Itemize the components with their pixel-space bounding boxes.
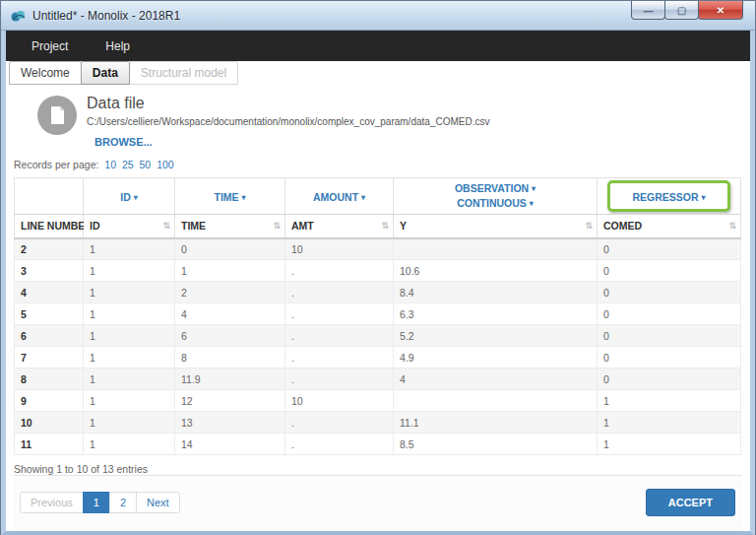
data-file-title: Data file [87, 95, 489, 112]
table-cell: 1 [84, 282, 175, 303]
table-cell: 11 [15, 434, 84, 455]
caret-down-icon: ▾ [530, 199, 534, 208]
window-title: Untitled* - Monolix - 2018R1 [32, 9, 180, 23]
caret-down-icon: ▾ [134, 193, 138, 202]
entries-summary: Showing 1 to 10 of 13 entries [14, 463, 742, 475]
tab-welcome[interactable]: Welcome [9, 61, 82, 85]
table-cell: 8 [15, 368, 84, 390]
accept-button[interactable]: ACCEPT [646, 489, 735, 516]
table-cell: 1 [84, 434, 175, 455]
sort-icon[interactable]: ⇅ [728, 221, 736, 231]
table-cell: 4 [15, 282, 84, 303]
records-option-10[interactable]: 10 [104, 159, 116, 170]
type-label-time: TIME [214, 191, 238, 203]
page-2-button[interactable]: 2 [109, 492, 137, 513]
title-bar[interactable]: Untitled* - Monolix - 2018R1 — ▢ ✕ [1, 1, 755, 31]
page-1-button[interactable]: 1 [83, 492, 110, 513]
table-cell: . [285, 347, 394, 368]
type-dropdown-id[interactable]: ID ▾ [84, 178, 175, 215]
column-header-time[interactable]: TIME⇅ [175, 215, 285, 238]
window-body: Project Help Welcome Data Structural mod… [1, 31, 755, 535]
regressor-highlight-box: REGRESSOR ▾ [607, 180, 730, 212]
table-cell: 1 [84, 347, 175, 368]
file-badge [37, 96, 77, 135]
table-cell: 5 [15, 303, 84, 325]
type-label-continuous: CONTINUOUS [457, 197, 527, 209]
table-cell: 8.4 [394, 282, 598, 303]
data-tab-content: Data file C:/Users/celliere/Workspace/do… [6, 85, 750, 531]
table-row: 8111.9.40 [15, 368, 741, 390]
table-cell [394, 238, 598, 260]
monolix-logo-icon [11, 8, 27, 24]
table-cell: 1 [598, 412, 741, 434]
sort-icon[interactable]: ⇅ [162, 221, 170, 231]
menu-project[interactable]: Project [20, 33, 80, 59]
type-label-regressor: REGRESSOR [632, 191, 698, 203]
records-per-page-label: Records per page: [14, 159, 98, 170]
column-label: COMED [603, 220, 642, 232]
table-cell: 9 [15, 390, 84, 412]
document-icon [49, 106, 65, 124]
menu-bar: Project Help [6, 31, 750, 61]
maximize-button[interactable]: ▢ [664, 1, 699, 20]
table-cell: . [285, 260, 394, 282]
sort-icon[interactable]: ⇅ [273, 221, 281, 231]
column-header-line-number[interactable]: LINE NUMBER⇅ [15, 215, 84, 238]
caret-down-icon: ▾ [242, 193, 246, 202]
table-cell: 6 [175, 325, 285, 347]
sort-icon[interactable]: ⇅ [585, 221, 593, 231]
type-label-amount: AMOUNT [313, 191, 358, 203]
minimize-button[interactable]: — [631, 1, 665, 20]
table-cell: 4 [175, 303, 285, 325]
table-cell: 14 [175, 434, 285, 455]
table-cell: 10 [285, 390, 394, 412]
table-cell: . [285, 368, 394, 390]
column-header-amt[interactable]: AMT⇅ [285, 215, 394, 238]
type-dropdown-amount[interactable]: AMOUNT ▾ [285, 178, 394, 215]
data-file-section: Data file C:/Users/celliere/Workspace/do… [37, 94, 742, 150]
menu-help[interactable]: Help [94, 33, 142, 59]
column-type-row: ID ▾ TIME ▾ AMOUNT ▾ OBSERVATION ▾ CONTI… [15, 178, 741, 215]
table-cell: 0 [598, 238, 741, 260]
browse-button[interactable]: BROWSE... [94, 136, 153, 148]
sort-icon[interactable]: ⇅ [381, 221, 389, 231]
next-page-button[interactable]: Next [136, 492, 180, 513]
table-cell: 4.9 [394, 347, 598, 368]
table-cell: 1 [598, 390, 741, 412]
table-cell: 8.5 [394, 434, 598, 455]
type-dropdown-observation[interactable]: OBSERVATION ▾ CONTINUOUS ▾ [394, 178, 598, 215]
previous-page-button: Previous [20, 492, 84, 513]
records-option-50[interactable]: 50 [140, 159, 152, 170]
records-option-100[interactable]: 100 [157, 159, 174, 170]
close-button[interactable]: ✕ [698, 1, 743, 20]
table-row: 412.8.40 [15, 282, 741, 303]
data-file-path: C:/Users/celliere/Workspace/documentatio… [87, 116, 489, 127]
table-cell: 4 [394, 368, 598, 390]
column-header-y[interactable]: Y⇅ [394, 215, 598, 238]
table-cell: 0 [598, 368, 741, 390]
table-cell: 11.1 [394, 412, 598, 434]
column-header-comed[interactable]: COMED⇅ [598, 215, 741, 238]
table-row: 718.4.90 [15, 347, 741, 368]
table-cell: 10 [15, 412, 84, 434]
table-cell: . [285, 303, 394, 325]
column-label: ID [90, 220, 100, 232]
table-cell: 8 [175, 347, 285, 368]
table-cell: 0 [598, 325, 741, 347]
table-cell: 0 [598, 347, 741, 368]
type-dropdown-regressor[interactable]: REGRESSOR ▾ [598, 178, 741, 215]
table-row: 210100 [15, 238, 741, 260]
column-label: LINE NUMBER [21, 220, 93, 232]
column-header-id[interactable]: ID⇅ [84, 215, 175, 238]
table-row: 9112101 [15, 390, 741, 412]
table-cell: 1 [84, 303, 175, 325]
table-cell: 5.2 [394, 325, 598, 347]
tab-data[interactable]: Data [81, 61, 130, 85]
table-row: 514.6.30 [15, 303, 741, 325]
table-cell: 0 [598, 282, 741, 303]
type-dropdown-time[interactable]: TIME ▾ [175, 178, 285, 215]
table-cell: 1 [175, 260, 285, 282]
table-cell: 10 [285, 238, 394, 260]
table-cell: . [285, 412, 394, 434]
records-option-25[interactable]: 25 [122, 159, 134, 170]
